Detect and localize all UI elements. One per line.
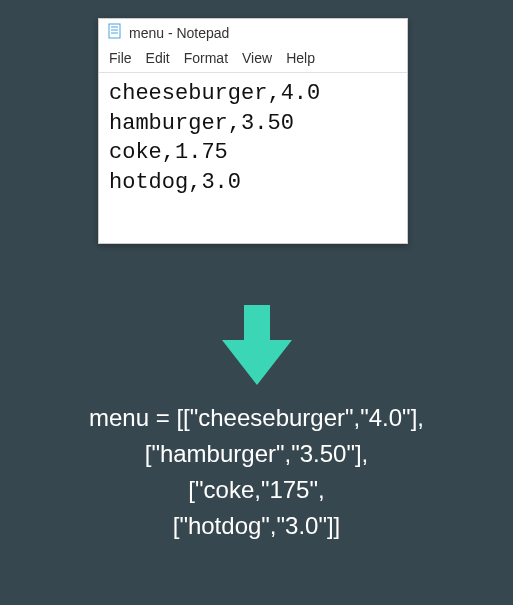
editor-line: cheeseburger,4.0 xyxy=(109,79,397,109)
menu-format[interactable]: Format xyxy=(184,50,228,66)
menu-help[interactable]: Help xyxy=(286,50,315,66)
code-line: ["hamburger","3.50"], xyxy=(0,436,513,472)
svg-rect-0 xyxy=(109,24,120,38)
menu-view[interactable]: View xyxy=(242,50,272,66)
code-line: ["coke,"175", xyxy=(0,472,513,508)
notepad-icon xyxy=(107,23,123,42)
editor-line: hotdog,3.0 xyxy=(109,168,397,198)
menu-edit[interactable]: Edit xyxy=(146,50,170,66)
editor-line: hamburger,3.50 xyxy=(109,109,397,139)
titlebar: menu - Notepad xyxy=(99,19,407,46)
arrow-down-icon xyxy=(222,305,292,385)
menubar: File Edit Format View Help xyxy=(99,46,407,73)
window-title: menu - Notepad xyxy=(129,25,229,41)
editor-line: coke,1.75 xyxy=(109,138,397,168)
arrow-down xyxy=(0,305,513,385)
notepad-window: menu - Notepad File Edit Format View Hel… xyxy=(98,18,408,244)
svg-marker-4 xyxy=(222,305,292,385)
code-line: ["hotdog","3.0"]] xyxy=(0,508,513,544)
code-line: menu = [["cheeseburger","4.0"], xyxy=(0,400,513,436)
text-editor[interactable]: cheeseburger,4.0hamburger,3.50coke,1.75h… xyxy=(99,73,407,243)
menu-file[interactable]: File xyxy=(109,50,132,66)
code-output: menu = [["cheeseburger","4.0"],["hamburg… xyxy=(0,400,513,544)
